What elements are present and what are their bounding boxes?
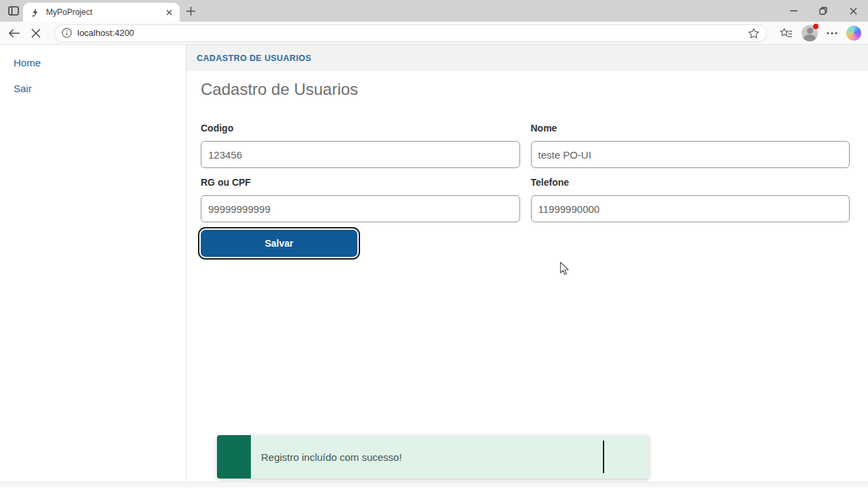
- tab-title: MyPoProject: [46, 7, 163, 17]
- notification-dot: [813, 24, 818, 29]
- success-toast[interactable]: Registro incluído com sucesso!: [217, 435, 649, 479]
- telefone-input[interactable]: [531, 195, 850, 222]
- toast-message: Registro incluído com sucesso!: [261, 451, 402, 463]
- browser-tab[interactable]: MyPoProject: [23, 3, 180, 22]
- browser-window: MyPoProject: [0, 0, 868, 488]
- page-header-bar: CADASTRO DE USUARIOS: [186, 45, 868, 71]
- tab-favicon-spark-icon: [31, 8, 39, 17]
- new-tab-button[interactable]: [184, 5, 197, 17]
- toast-success-accent: [217, 435, 251, 479]
- main-content: CADASTRO DE USUARIOS Cadastro de Usuario…: [186, 45, 868, 487]
- url-text[interactable]: localhost:4200: [77, 28, 748, 38]
- nome-label: Nome: [531, 123, 850, 134]
- address-bar[interactable]: localhost:4200: [54, 24, 767, 42]
- sidebar-item-sair[interactable]: Sair: [0, 76, 186, 102]
- web-page: Home Sair CADASTRO DE USUARIOS Cadastro …: [0, 45, 868, 487]
- page-bottom-edge: [0, 482, 868, 487]
- save-button[interactable]: Salvar: [201, 230, 357, 257]
- user-form: Codigo Nome RG ou CPF Telefone: [201, 123, 850, 222]
- page-title: Cadastro de Usuarios: [201, 80, 850, 99]
- tab-strip: MyPoProject: [0, 0, 868, 22]
- page-header-title: CADASTRO DE USUARIOS: [197, 54, 311, 63]
- site-info-icon[interactable]: [62, 28, 72, 38]
- favorite-star-icon[interactable]: [748, 28, 760, 39]
- minimize-icon[interactable]: [778, 0, 808, 22]
- mouse-cursor: [559, 262, 570, 277]
- browser-toolbar: localhost:4200: [0, 22, 868, 45]
- codigo-input[interactable]: [201, 141, 520, 168]
- profile-avatar[interactable]: [802, 25, 818, 41]
- copilot-icon[interactable]: [846, 26, 861, 41]
- rg-cpf-label: RG ou CPF: [201, 177, 520, 188]
- field-telefone: Telefone: [531, 177, 850, 222]
- stop-icon[interactable]: [27, 24, 45, 42]
- field-rg-cpf: RG ou CPF: [201, 177, 520, 222]
- window-controls: [778, 0, 868, 22]
- close-icon[interactable]: [838, 0, 868, 22]
- field-nome: Nome: [531, 123, 850, 168]
- toast-cursor-line: [603, 441, 604, 473]
- codigo-label: Codigo: [201, 123, 520, 134]
- sidebar-item-home[interactable]: Home: [0, 50, 186, 76]
- collections-icon[interactable]: [780, 28, 793, 39]
- tab-close-icon[interactable]: [163, 7, 174, 18]
- field-codigo: Codigo: [201, 123, 520, 168]
- sidebar-menu: Home Sair: [0, 45, 186, 487]
- restore-icon[interactable]: [808, 0, 838, 22]
- ellipsis-icon[interactable]: [827, 32, 837, 35]
- content-area: Cadastro de Usuarios Codigo Nome RG ou C…: [186, 71, 868, 257]
- telefone-label: Telefone: [531, 177, 850, 188]
- back-icon[interactable]: [5, 24, 23, 42]
- tab-actions-icon[interactable]: [7, 5, 20, 17]
- toolbar-right: [771, 25, 861, 41]
- nome-input[interactable]: [531, 141, 850, 168]
- rg-cpf-input[interactable]: [201, 195, 520, 222]
